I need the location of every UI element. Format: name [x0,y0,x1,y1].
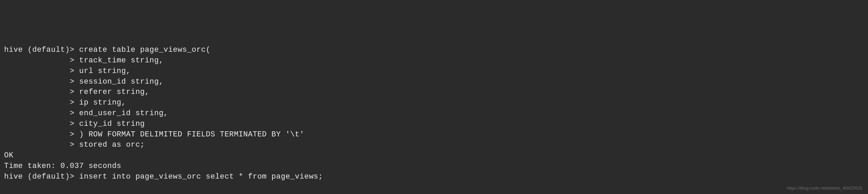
terminal-line: > end_user_id string, [4,108,864,119]
command-text: create table page_views_orc( [79,46,210,54]
terminal-line: > ) ROW FORMAT DELIMITED FIELDS TERMINAT… [4,130,864,140]
terminal-line: hive (default)> insert into page_views_o… [4,172,864,182]
command-text: session_id string, [79,77,164,86]
prompt: > [4,141,79,149]
terminal-line: > referer string, [4,87,864,98]
terminal-line: Time taken: 0.037 seconds [4,161,864,172]
prompt: > [4,88,79,96]
terminal-line: hive (default)> create table page_views_… [4,45,864,56]
command-text: city_id string [79,120,145,128]
command-text: ) ROW FORMAT DELIMITED FIELDS TERMINATED… [79,130,304,139]
prompt: > [4,67,79,75]
terminal-line: > url string, [4,66,864,77]
terminal-line: OK [4,150,864,161]
command-text: track_time string, [79,56,164,65]
command-text: insert into page_views_orc select * from… [79,172,323,181]
prompt: hive (default)> [4,172,79,181]
output-text: Time taken: 0.037 seconds [4,162,122,170]
terminal-line: > session_id string, [4,77,864,87]
prompt: > [4,130,79,139]
prompt: > [4,56,79,65]
prompt: > [4,77,79,86]
terminal-line: > track_time string, [4,56,864,66]
command-text: url string, [79,67,131,75]
terminal-line: > stored as orc; [4,140,864,150]
terminal-output[interactable]: hive (default)> create table page_views_… [4,45,864,182]
output-text: OK [4,151,13,160]
command-text: referer string, [79,88,150,96]
terminal-line: > city_id string [4,119,864,130]
prompt: > [4,120,79,128]
command-text: end_user_id string, [79,109,168,118]
prompt: hive (default)> [4,46,79,54]
command-text: ip string, [79,98,126,107]
prompt: > [4,109,79,118]
watermark-text: https://blog.csdn.net/weixin_40420525 [787,185,863,191]
command-text: stored as orc; [79,141,145,149]
terminal-line: > ip string, [4,98,864,108]
prompt: > [4,98,79,107]
